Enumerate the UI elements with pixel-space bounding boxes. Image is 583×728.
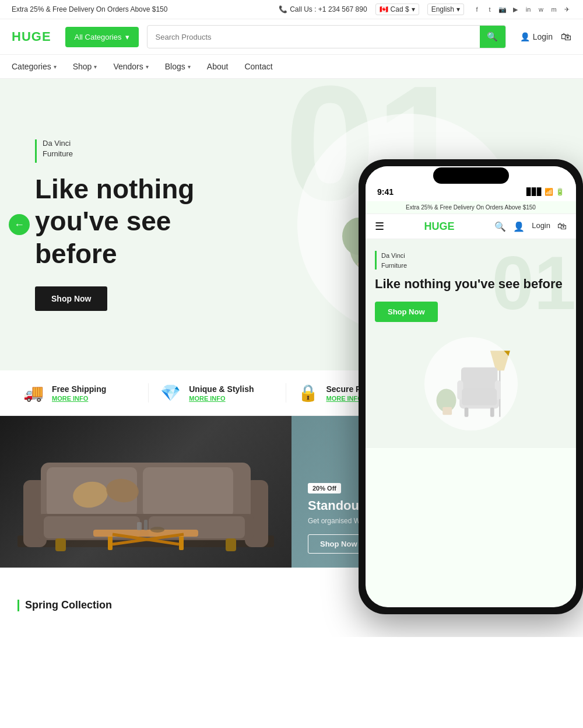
hero-image-area bbox=[262, 79, 554, 370]
hero-next-button[interactable]: → bbox=[553, 214, 574, 235]
phone-icon: 📞 bbox=[279, 5, 287, 13]
all-categories-button[interactable]: All Categories ▾ bbox=[65, 27, 139, 47]
feature-shipping-link[interactable]: MORE INFO bbox=[52, 395, 106, 402]
secure-icon: 🔒 bbox=[298, 383, 318, 402]
svg-rect-41 bbox=[144, 520, 147, 530]
nav-item-contact[interactable]: Contact bbox=[244, 62, 272, 71]
facebook-icon[interactable]: f bbox=[472, 5, 482, 14]
nav-item-categories[interactable]: Categories ▾ bbox=[12, 62, 57, 71]
storage-content: 20% Off Standout Storage Get organised W… bbox=[308, 482, 452, 554]
nav-shop-label: Shop bbox=[73, 62, 92, 71]
section-title: Spring Collection bbox=[25, 599, 112, 611]
flag-icon: 🇨🇦 bbox=[380, 5, 388, 13]
nav-categories-label: Categories bbox=[12, 62, 51, 71]
youtube-icon[interactable]: ▶ bbox=[511, 5, 520, 14]
nav-about-label: About bbox=[207, 62, 229, 71]
hero-content: Da Vinci Furniture Like nothing you've s… bbox=[0, 138, 292, 311]
nav-categories-arrow-icon: ▾ bbox=[54, 64, 57, 70]
telegram-icon[interactable]: ✈ bbox=[562, 5, 571, 14]
feature-secure-title: Secure Payment bbox=[326, 384, 390, 394]
feature-stylish-title: Unique & Stylish bbox=[189, 384, 254, 394]
sofa-background bbox=[0, 416, 292, 568]
site-logo[interactable]: HUGE bbox=[12, 29, 51, 44]
header: HUGE All Categories ▾ 🔍 👤 Login 🛍 bbox=[0, 19, 583, 55]
twitter-icon[interactable]: t bbox=[485, 5, 494, 14]
feature-easy-return: ↩ Easy Return MORE INFO bbox=[423, 383, 560, 402]
hero-shop-button[interactable]: Shop Now bbox=[35, 286, 107, 311]
search-input[interactable] bbox=[147, 33, 480, 41]
hero-prev-button[interactable]: ← bbox=[9, 214, 30, 235]
phone-number: Call Us : +1 234 567 890 bbox=[290, 5, 367, 13]
nav-item-about[interactable]: About bbox=[207, 62, 229, 71]
section-title-decoration bbox=[17, 600, 19, 611]
header-actions: 👤 Login 🛍 bbox=[520, 31, 571, 43]
nav-vendors-label: Vendors bbox=[113, 62, 143, 71]
feature-free-shipping: 🚚 Free Shipping MORE INFO bbox=[23, 383, 149, 402]
feature-stylish-text: Unique & Stylish MORE INFO bbox=[189, 384, 254, 402]
hero-circle-decoration bbox=[297, 114, 519, 335]
language-selector[interactable]: English ▾ bbox=[427, 4, 464, 15]
storage-shop-button[interactable]: Shop Now bbox=[308, 534, 370, 554]
login-button[interactable]: 👤 Login bbox=[520, 32, 553, 41]
linkedin-icon[interactable]: in bbox=[524, 5, 533, 14]
brand-bar-decoration bbox=[35, 139, 37, 163]
login-label: Login bbox=[533, 32, 553, 41]
language-label: English bbox=[431, 5, 454, 13]
feature-return-text: Easy Return MORE INFO bbox=[456, 384, 504, 402]
svg-point-52 bbox=[489, 544, 514, 551]
storage-panel: 20% Off Standout Storage Get organised W… bbox=[292, 416, 583, 568]
messenger-icon[interactable]: m bbox=[549, 5, 559, 14]
feature-shipping-title: Free Shipping bbox=[52, 384, 106, 394]
arrow-right-icon: → bbox=[559, 219, 569, 231]
feature-unique-stylish: 💎 Unique & Stylish MORE INFO bbox=[149, 383, 286, 402]
svg-point-55 bbox=[503, 511, 518, 525]
hero-brand: Da Vinci Furniture bbox=[35, 138, 257, 163]
svg-rect-40 bbox=[137, 522, 142, 530]
hero-section: 01 ← Da Vinci Furniture Like nothing you… bbox=[0, 79, 583, 370]
hero-brand-name: Da Vinci Furniture bbox=[43, 138, 73, 159]
lang-chevron-icon: ▾ bbox=[456, 5, 460, 13]
nav-item-shop[interactable]: Shop ▾ bbox=[73, 62, 97, 71]
spring-collection-section: Spring Collection bbox=[0, 585, 583, 637]
main-panels: 20% Off Standout Storage Get organised W… bbox=[0, 416, 583, 568]
search-button[interactable]: 🔍 bbox=[480, 25, 505, 48]
stylish-icon: 💎 bbox=[160, 383, 181, 402]
return-icon: ↩ bbox=[435, 383, 448, 402]
plants-decoration bbox=[466, 498, 571, 568]
content-wrapper: 20% Off Standout Storage Get organised W… bbox=[0, 416, 583, 568]
feature-secure-link[interactable]: MORE INFO bbox=[326, 395, 390, 402]
categories-label: All Categories bbox=[75, 33, 122, 41]
storage-title: Standout Storage bbox=[308, 498, 452, 513]
top-bar: Extra 25% & Free Delivery On Orders Abov… bbox=[0, 0, 583, 19]
currency-label: Cad $ bbox=[391, 5, 409, 13]
svg-point-58 bbox=[470, 523, 484, 537]
storage-description: Get organised With Our Shelves & Sideboa… bbox=[308, 517, 452, 525]
feature-stylish-link[interactable]: MORE INFO bbox=[189, 395, 254, 402]
currency-chevron-icon: ▾ bbox=[412, 5, 415, 13]
cart-button[interactable]: 🛍 bbox=[561, 31, 571, 43]
nav-item-blogs[interactable]: Blogs ▾ bbox=[165, 62, 191, 71]
shipping-icon: 🚚 bbox=[23, 383, 44, 402]
arrow-left-icon: ← bbox=[14, 219, 24, 231]
social-icons: f t 📷 ▶ in w m ✈ bbox=[472, 5, 571, 14]
sofa-panel bbox=[0, 416, 292, 568]
currency-selector[interactable]: 🇨🇦 Cad $ ▾ bbox=[375, 4, 419, 15]
phone-info: 📞 Call Us : +1 234 567 890 bbox=[279, 5, 367, 13]
instagram-icon[interactable]: 📷 bbox=[498, 5, 507, 14]
sofa-illustration bbox=[6, 428, 286, 556]
feature-secure-text: Secure Payment MORE INFO bbox=[326, 384, 390, 402]
svg-rect-34 bbox=[179, 536, 184, 550]
main-nav: Categories ▾ Shop ▾ Vendors ▾ Blogs ▾ Ab… bbox=[0, 55, 583, 79]
search-bar: 🔍 bbox=[147, 25, 506, 48]
svg-point-42 bbox=[150, 527, 164, 533]
nav-blogs-label: Blogs bbox=[165, 62, 185, 71]
categories-chevron-icon: ▾ bbox=[125, 33, 129, 41]
whatsapp-icon[interactable]: w bbox=[536, 5, 546, 14]
user-icon: 👤 bbox=[520, 32, 530, 41]
hero-title: Like nothing you've see before bbox=[35, 173, 257, 270]
svg-rect-33 bbox=[108, 536, 113, 550]
feature-return-link[interactable]: MORE INFO bbox=[456, 395, 504, 402]
feature-return-title: Easy Return bbox=[456, 384, 504, 394]
svg-rect-31 bbox=[55, 538, 66, 551]
nav-item-vendors[interactable]: Vendors ▾ bbox=[113, 62, 148, 71]
